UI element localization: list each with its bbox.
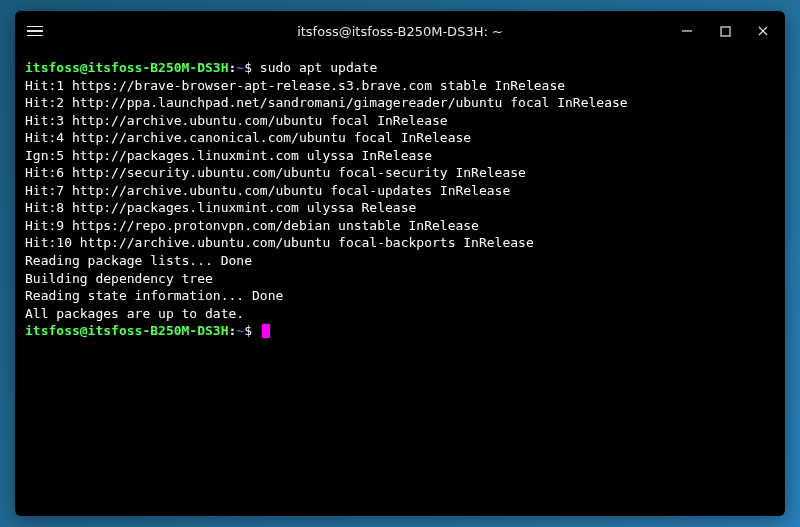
maximize-button[interactable] — [715, 21, 735, 41]
prompt-user-host: itsfoss@itsfoss-B250M-DS3H — [25, 323, 229, 338]
cursor — [262, 324, 270, 338]
output-line: Hit:10 http://archive.ubuntu.com/ubuntu … — [25, 234, 775, 252]
output-line: Hit:7 http://archive.ubuntu.com/ubuntu f… — [25, 182, 775, 200]
window-controls — [623, 21, 773, 41]
terminal-output-area[interactable]: itsfoss@itsfoss-B250M-DS3H:~$ sudo apt u… — [15, 51, 785, 516]
prompt-line: itsfoss@itsfoss-B250M-DS3H:~$ — [25, 322, 775, 340]
output-line: Ign:5 http://packages.linuxmint.com ulys… — [25, 147, 775, 165]
svg-rect-1 — [721, 27, 730, 36]
output-line: Hit:6 http://security.ubuntu.com/ubuntu … — [25, 164, 775, 182]
output-line: Hit:4 http://archive.canonical.com/ubunt… — [25, 129, 775, 147]
prompt-symbol: $ — [244, 60, 252, 75]
output-line: Hit:8 http://packages.linuxmint.com ulys… — [25, 199, 775, 217]
output-line: Hit:2 http://ppa.launchpad.net/sandroman… — [25, 94, 775, 112]
titlebar-left — [27, 26, 177, 37]
prompt-user-host: itsfoss@itsfoss-B250M-DS3H — [25, 60, 229, 75]
minimize-button[interactable] — [677, 21, 697, 41]
prompt-path: ~ — [236, 323, 244, 338]
prompt-symbol: $ — [244, 323, 252, 338]
output-line: All packages are up to date. — [25, 305, 775, 323]
prompt-path: ~ — [236, 60, 244, 75]
command-text: sudo apt update — [260, 60, 377, 75]
terminal-window: itsfoss@itsfoss-B250M-DS3H: ~ itsfoss@it… — [15, 11, 785, 516]
output-line: Hit:1 https://brave-browser-apt-release.… — [25, 77, 775, 95]
output-line: Hit:3 http://archive.ubuntu.com/ubuntu f… — [25, 112, 775, 130]
output-line: Building dependency tree — [25, 270, 775, 288]
output-line: Hit:9 https://repo.protonvpn.com/debian … — [25, 217, 775, 235]
output-line: Reading state information... Done — [25, 287, 775, 305]
titlebar[interactable]: itsfoss@itsfoss-B250M-DS3H: ~ — [15, 11, 785, 51]
window-title: itsfoss@itsfoss-B250M-DS3H: ~ — [177, 24, 623, 39]
close-button[interactable] — [753, 21, 773, 41]
prompt-line: itsfoss@itsfoss-B250M-DS3H:~$ sudo apt u… — [25, 59, 775, 77]
output-line: Reading package lists... Done — [25, 252, 775, 270]
hamburger-menu-icon[interactable] — [27, 26, 43, 37]
